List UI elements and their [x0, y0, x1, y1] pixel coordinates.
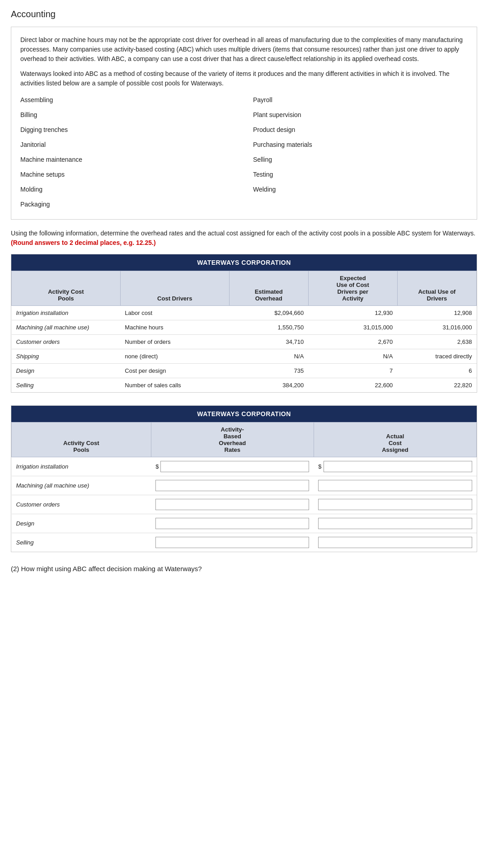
th2-overhead-rates: Activity-BasedOverheadRates	[151, 422, 314, 457]
th-expected-use: ExpectedUse of CostDrivers perActivity	[308, 271, 397, 306]
table-row: Shippingnone (direct)N/AN/Atraced direct…	[12, 349, 477, 364]
cost-pools-list: AssemblingPayrollBillingPlant supervisio…	[20, 94, 468, 211]
td2-actual-cost: $	[314, 457, 476, 476]
td-expected: 2,670	[308, 335, 397, 349]
table-row: Irrigation installationLabor cost$2,094,…	[12, 306, 477, 320]
table2: Activity CostPools Activity-BasedOverhea…	[11, 422, 477, 552]
td-driver: Labor cost	[120, 306, 229, 320]
td-estimated: 735	[229, 364, 308, 378]
td2-activity: Machining (all machine use)	[12, 476, 151, 495]
td-activity: Design	[12, 364, 121, 378]
th2-actual-cost: ActualCostAssigned	[314, 422, 476, 457]
overhead-rate-input-2[interactable]	[155, 499, 309, 510]
cost-pool-item-col2: Product design	[253, 123, 468, 136]
table-row: Machining (all machine use)Machine hours…	[12, 320, 477, 335]
dollar-sign-icon: $	[155, 463, 159, 470]
th-cost-drivers: Cost Drivers	[120, 271, 229, 306]
td-actual: traced directly	[397, 349, 476, 364]
td-estimated: 1,550,750	[229, 320, 308, 335]
table-row: Selling	[12, 533, 477, 552]
table-row: Design	[12, 514, 477, 533]
td2-activity: Selling	[12, 533, 151, 552]
td-actual: 6	[397, 364, 476, 378]
td-estimated: N/A	[229, 349, 308, 364]
td-expected: 12,930	[308, 306, 397, 320]
section-instruction: Using the following information, determi…	[11, 229, 477, 248]
cost-pool-item-col1: Molding	[20, 183, 235, 196]
overhead-rate-input-1[interactable]	[155, 480, 309, 491]
td-activity: Irrigation installation	[12, 306, 121, 320]
td2-activity: Design	[12, 514, 151, 533]
actual-cost-input-0[interactable]	[324, 461, 472, 472]
td-expected: 22,600	[308, 378, 397, 393]
table2-container: WATERWAYS CORPORATION Activity CostPools…	[11, 405, 477, 552]
intro-block: Direct labor or machine hours may not be…	[11, 27, 477, 220]
actual-cost-input-2[interactable]	[318, 499, 472, 510]
td-actual: 31,016,000	[397, 320, 476, 335]
table-row: Customer orders	[12, 495, 477, 514]
overhead-rate-input-3[interactable]	[155, 518, 309, 529]
td-driver: Cost per design	[120, 364, 229, 378]
td-expected: 31,015,000	[308, 320, 397, 335]
th-actual-use: Actual Use ofDrivers	[397, 271, 476, 306]
table1-container: WATERWAYS CORPORATION Activity CostPools…	[11, 254, 477, 393]
td-driver: none (direct)	[120, 349, 229, 364]
footer-question: (2) How might using ABC affect decision …	[11, 565, 477, 572]
td2-rates	[151, 533, 314, 552]
actual-cost-input-3[interactable]	[318, 518, 472, 529]
dollar-sign-icon: $	[318, 463, 321, 470]
page-title: Accounting	[11, 9, 477, 19]
td-actual: 22,820	[397, 378, 476, 393]
actual-cost-input-1[interactable]	[318, 480, 472, 491]
intro-paragraph-2: Waterways looked into ABC as a method of…	[20, 69, 468, 88]
td-expected: N/A	[308, 349, 397, 364]
th-activity-pools: Activity CostPools	[12, 271, 121, 306]
cost-pool-item-col2: Testing	[253, 168, 468, 181]
cost-pool-item-col1: Janitorial	[20, 138, 235, 151]
table-row: SellingNumber of sales calls384,20022,60…	[12, 378, 477, 393]
cost-pool-item-col2: Payroll	[253, 94, 468, 107]
table-row: DesignCost per design73576	[12, 364, 477, 378]
td-activity: Selling	[12, 378, 121, 393]
overhead-rate-input-0[interactable]	[160, 461, 309, 472]
cost-pool-item-col2	[253, 198, 468, 211]
td-actual: 12,908	[397, 306, 476, 320]
actual-cost-input-4[interactable]	[318, 537, 472, 548]
td2-actual-cost	[314, 476, 476, 495]
td2-actual-cost	[314, 495, 476, 514]
td2-rates	[151, 476, 314, 495]
td-actual: 2,638	[397, 335, 476, 349]
td-driver: Machine hours	[120, 320, 229, 335]
td2-rates	[151, 514, 314, 533]
td-estimated: 384,200	[229, 378, 308, 393]
cost-pool-item-col1: Machine maintenance	[20, 153, 235, 166]
cost-pool-item-col1: Assembling	[20, 94, 235, 107]
cost-pool-item-col2: Welding	[253, 183, 468, 196]
table-row: Customer ordersNumber of orders34,7102,6…	[12, 335, 477, 349]
table1: Activity CostPools Cost Drivers Estimate…	[11, 271, 477, 392]
td2-activity: Customer orders	[12, 495, 151, 514]
td-activity: Machining (all machine use)	[12, 320, 121, 335]
td-estimated: $2,094,660	[229, 306, 308, 320]
cost-pool-item-col1: Billing	[20, 108, 235, 122]
td2-actual-cost	[314, 533, 476, 552]
td-activity: Shipping	[12, 349, 121, 364]
table2-header: WATERWAYS CORPORATION	[11, 406, 477, 422]
td2-rates: $	[151, 457, 314, 476]
table-row: Machining (all machine use)	[12, 476, 477, 495]
cost-pool-item-col2: Purchasing materials	[253, 138, 468, 151]
td-driver: Number of sales calls	[120, 378, 229, 393]
table1-header: WATERWAYS CORPORATION	[11, 254, 477, 271]
cost-pool-item-col2: Plant supervision	[253, 108, 468, 122]
td-estimated: 34,710	[229, 335, 308, 349]
cost-pool-item-col2: Selling	[253, 153, 468, 166]
overhead-rate-input-4[interactable]	[155, 537, 309, 548]
cost-pool-item-col1: Digging trenches	[20, 123, 235, 136]
intro-paragraph-1: Direct labor or machine hours may not be…	[20, 35, 468, 64]
td2-actual-cost	[314, 514, 476, 533]
td2-activity: Irrigation installation	[12, 457, 151, 476]
th-estimated-overhead: EstimatedOverhead	[229, 271, 308, 306]
td-activity: Customer orders	[12, 335, 121, 349]
th2-activity-pools: Activity CostPools	[12, 422, 151, 457]
td-expected: 7	[308, 364, 397, 378]
